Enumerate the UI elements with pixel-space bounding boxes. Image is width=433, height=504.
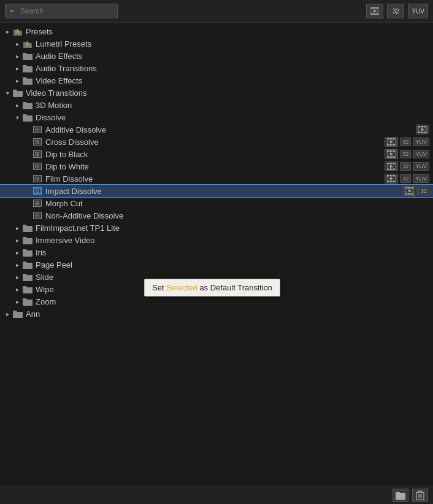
tree-item-filmimpact[interactable]: FilmImpact.net TP1 Lite [0, 222, 433, 234]
item-label-iris: Iris [36, 248, 433, 257]
tree-item-video-effects[interactable]: Video Effects [0, 74, 433, 87]
chevron-video-transitions[interactable] [2, 88, 12, 98]
chevron-audio-transitions[interactable] [12, 63, 22, 73]
delete-button[interactable] [412, 489, 428, 502]
svg-rect-28 [387, 150, 389, 152]
badges-impact-dissolve: 32 [403, 186, 429, 196]
tree-item-iris[interactable]: Iris [0, 246, 433, 258]
chevron-dip-to-black[interactable] [22, 149, 32, 159]
chevron-iris[interactable] [12, 247, 22, 257]
chevron-filmimpact[interactable] [12, 223, 22, 233]
svg-rect-53 [408, 187, 410, 189]
svg-rect-25 [393, 144, 395, 146]
tree-item-ann[interactable]: Ann [0, 308, 433, 320]
tree-item-impact-dissolve[interactable]: Impact Dissolve 32 [0, 185, 433, 197]
toolbar-btn-yuv[interactable]: YUV [408, 4, 428, 18]
svg-rect-46 [393, 175, 395, 177]
chevron-3d-motion[interactable] [12, 100, 22, 110]
chevron-film-dissolve[interactable] [22, 174, 32, 184]
chevron-ann[interactable] [2, 309, 12, 319]
chevron-dissolve[interactable] [12, 112, 22, 122]
tree-item-additive-dissolve[interactable]: Additive Dissolve [0, 123, 433, 136]
folder-icon-ann [12, 309, 23, 319]
chevron-slide[interactable] [12, 272, 22, 282]
svg-rect-16 [421, 132, 423, 134]
tree-item-3d-motion[interactable]: 3D Motion [0, 99, 433, 111]
tree-item-presets[interactable]: Presets [0, 25, 433, 37]
tree-item-non-additive-dissolve[interactable]: Non-Additive Dissolve [0, 209, 433, 222]
chevron-wipe[interactable] [12, 284, 22, 294]
folder-icon-video-effects [22, 76, 33, 85]
chevron-cross-dissolve[interactable] [22, 137, 32, 147]
svg-rect-48 [390, 181, 392, 183]
svg-rect-40 [390, 169, 392, 171]
effect-icon-dip-to-white [32, 161, 43, 171]
folder-icon-video-transitions [12, 88, 23, 98]
folder-icon-zoom [22, 297, 33, 306]
svg-marker-42 [390, 165, 393, 168]
badges-additive-dissolve [416, 125, 429, 134]
svg-rect-20 [387, 138, 389, 140]
svg-rect-13 [421, 126, 423, 128]
badges-cross-dissolve: 32YUV [385, 137, 429, 147]
tree-item-cross-dissolve[interactable]: Cross Dissolve 32YUV [0, 136, 433, 148]
svg-rect-44 [387, 175, 389, 177]
folder-icon [396, 491, 405, 500]
item-label-dip-to-white: Dip to White [45, 162, 385, 171]
svg-rect-2 [374, 7, 376, 9]
effect-icon-film-dissolve [32, 174, 43, 184]
item-label-additive-dissolve: Additive Dissolve [45, 125, 416, 134]
svg-rect-31 [387, 157, 389, 158]
chevron-presets[interactable] [2, 26, 12, 36]
svg-rect-1 [371, 7, 373, 9]
item-label-dissolve: Dissolve [36, 113, 433, 122]
chevron-dip-to-white[interactable] [22, 161, 32, 171]
tree-item-morph-cut[interactable]: Morph Cut [0, 197, 433, 209]
chevron-audio-effects[interactable] [12, 51, 22, 61]
folder-icon-wipe [22, 284, 33, 294]
tree-item-lumetri-presets[interactable]: Lumetri Presets [0, 37, 433, 50]
svg-marker-58 [408, 190, 412, 193]
svg-rect-52 [405, 187, 407, 189]
svg-marker-26 [390, 141, 393, 144]
toolbar-btn-32[interactable]: 32 [387, 4, 404, 18]
tree-item-immersive-video[interactable]: Immersive Video [0, 234, 433, 246]
search-icon: ⚭ [9, 7, 15, 15]
default-transition-tooltip: Set Selected as Default Transition [144, 279, 280, 297]
tree-item-video-transitions[interactable]: Video Transitions [0, 87, 433, 99]
item-label-filmimpact: FilmImpact.net TP1 Lite [36, 223, 433, 233]
chevron-morph-cut[interactable] [22, 198, 32, 208]
tree-item-zoom[interactable]: Zoom [0, 295, 433, 308]
badge-film-film-dissolve [385, 174, 398, 184]
chevron-impact-dissolve[interactable] [22, 186, 32, 196]
item-label-video-effects: Video Effects [36, 76, 433, 85]
tree-item-dissolve[interactable]: Dissolve [0, 111, 433, 123]
svg-rect-41 [393, 169, 395, 171]
svg-rect-3 [377, 7, 378, 9]
tree-item-audio-effects[interactable]: Audio Effects [0, 50, 433, 62]
chevron-additive-dissolve[interactable] [22, 125, 32, 134]
svg-rect-14 [424, 126, 426, 128]
search-input[interactable] [5, 4, 118, 18]
tree-item-audio-transitions[interactable]: Audio Transitions [0, 62, 433, 74]
chevron-lumetri-presets[interactable] [12, 39, 22, 48]
tree-item-dip-to-white[interactable]: Dip to White 32YUV [0, 160, 433, 173]
svg-rect-30 [393, 150, 395, 152]
badge-film-cross-dissolve [385, 137, 398, 147]
folder-icon-iris [22, 247, 33, 257]
chevron-non-additive-dissolve[interactable] [22, 211, 32, 220]
tree-item-film-dissolve[interactable]: Film Dissolve 32YUV [0, 173, 433, 185]
new-folder-button[interactable] [393, 489, 408, 502]
tree-item-dip-to-black[interactable]: Dip to Black 32YUV [0, 148, 433, 160]
toolbar-btn-film[interactable] [366, 4, 383, 18]
item-label-cross-dissolve: Cross Dissolve [45, 138, 385, 147]
svg-rect-6 [377, 14, 378, 15]
tree-item-page-peel[interactable]: Page Peel [0, 258, 433, 271]
chevron-video-effects[interactable] [12, 76, 22, 85]
effect-icon-additive-dissolve [32, 125, 43, 134]
svg-rect-29 [390, 150, 392, 152]
chevron-immersive-video[interactable] [12, 235, 22, 245]
chevron-zoom[interactable] [12, 297, 22, 306]
chevron-page-peel[interactable] [12, 260, 22, 269]
item-label-dip-to-black: Dip to Black [45, 150, 385, 159]
